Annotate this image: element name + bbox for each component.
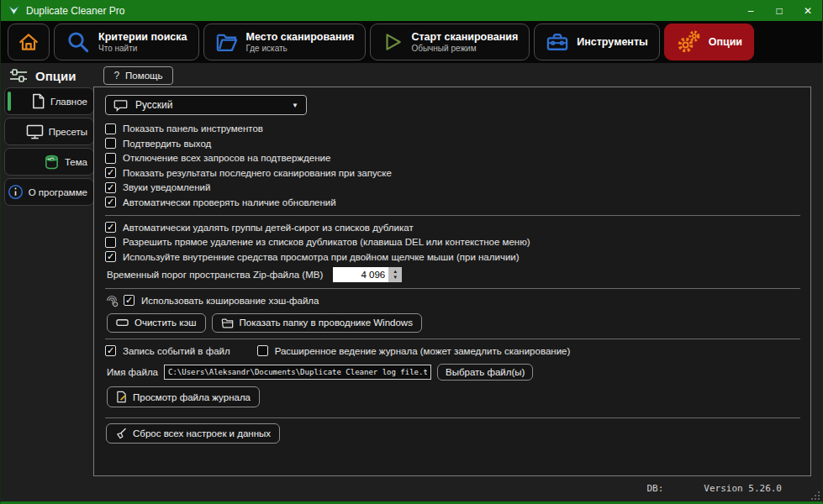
checkbox-row[interactable]: Подтвердить выход	[105, 137, 800, 150]
question-mark-icon: ?	[113, 70, 119, 81]
paint-bucket-icon	[44, 155, 60, 170]
db-label: DB:	[646, 483, 663, 494]
eraser-icon	[116, 318, 129, 327]
checkbox-row[interactable]: Автоматически проверять наличие обновлен…	[105, 196, 800, 209]
fingerprint-icon	[105, 294, 119, 307]
button-label: Показать папку в проводнике Windows	[240, 318, 413, 328]
section-divider	[105, 288, 800, 289]
section-divider	[105, 417, 800, 418]
checkbox-row[interactable]: Звуки уведомлений	[105, 181, 800, 194]
tab-options[interactable]: Опции	[664, 24, 754, 60]
section-divider	[105, 339, 800, 339]
show-folder-button[interactable]: Показать папку в проводнике Windows	[212, 313, 422, 333]
button-label: Очистить кэш	[135, 318, 197, 328]
checkbox[interactable]	[105, 251, 116, 262]
page-title: Опции	[35, 69, 76, 83]
tab-scan-location[interactable]: Место сканирования Где искать	[203, 24, 367, 60]
section-divider	[105, 215, 800, 216]
monitor-icon	[26, 124, 44, 139]
checkbox[interactable]	[124, 295, 135, 306]
log-to-file-row[interactable]: Запись событий в файл	[105, 344, 230, 358]
tab-label: Старт сканирования	[411, 31, 518, 44]
checkbox[interactable]	[257, 345, 268, 356]
general-settings-list: Показать панель инструментов Подтвердить…	[105, 122, 800, 209]
help-button-label: Помощь	[125, 71, 162, 81]
tab-home[interactable]	[8, 24, 50, 60]
status-bar: DB: Version 5.26.0	[646, 483, 782, 494]
spin-down-icon[interactable]: ▼	[393, 275, 398, 281]
checkbox-label: Показать панель инструментов	[123, 123, 263, 134]
sliders-icon	[9, 67, 28, 84]
tab-label: Инструменты	[577, 36, 647, 49]
cache-buttons-row: Очистить кэш Показать папку в проводнике…	[107, 313, 800, 333]
checkbox[interactable]	[105, 197, 116, 207]
zip-threshold-label: Временный порог пространства Zip-файла (…	[107, 270, 323, 280]
cache-row: Использовать кэширование хэш-файла	[105, 294, 800, 307]
checkbox-row[interactable]: Показать результаты последнего сканирова…	[105, 166, 800, 180]
tab-tools[interactable]: Инструменты	[534, 24, 659, 60]
app-window: Duplicate Cleaner Pro – □ ✕ Критерии пои…	[0, 0, 823, 504]
checkbox[interactable]	[105, 153, 116, 164]
button-label: Выбрать файл(ы)	[446, 367, 525, 377]
checkbox[interactable]	[105, 222, 116, 233]
info-icon	[8, 184, 24, 200]
checkbox-label: Показать результаты последнего сканирова…	[123, 168, 392, 178]
home-icon	[18, 31, 40, 53]
checkbox-label: Использовать кэширование хэш-файла	[141, 296, 319, 306]
broom-icon	[115, 428, 127, 439]
extended-logging-row[interactable]: Расширенное ведение журнала (может замед…	[257, 344, 571, 358]
sidebar-item-presets[interactable]: Пресеты	[4, 118, 94, 145]
maximize-button[interactable]: □	[765, 0, 794, 21]
checkbox-row[interactable]: Автоматически удалять группы детей-сирот…	[105, 221, 800, 234]
clear-cache-button[interactable]: Очистить кэш	[107, 313, 206, 333]
checkbox-row[interactable]: Отключение всех запросов на подтверждени…	[105, 151, 800, 165]
log-filename-input[interactable]	[164, 365, 431, 380]
view-log-row: Просмотр файла журнала	[107, 386, 800, 407]
checkbox[interactable]	[105, 182, 116, 193]
sidebar-item-about[interactable]: О программе	[4, 178, 94, 206]
gears-icon	[676, 29, 701, 55]
tab-sublabel: Где искать	[246, 44, 355, 54]
checkbox-row[interactable]: Показать панель инструментов	[105, 122, 800, 135]
sidebar-item-label: Тема	[65, 157, 87, 167]
checkbox-label: Расширенное ведение журнала (может замед…	[275, 346, 571, 356]
checkbox[interactable]	[105, 237, 116, 248]
logging-checkboxes-row: Запись событий в файл Расширенное ведени…	[105, 344, 800, 360]
checkbox[interactable]	[105, 345, 116, 356]
language-value: Русский	[135, 99, 173, 111]
file-edit-icon	[116, 391, 127, 403]
options-page: Опции ? Помощь Главное	[1, 63, 822, 501]
window-title: Duplicate Cleaner Pro	[26, 5, 124, 17]
help-button[interactable]: ? Помощь	[103, 66, 172, 85]
checkbox[interactable]	[105, 123, 116, 134]
document-icon	[31, 93, 45, 109]
spin-up-icon[interactable]: ▲	[393, 269, 398, 275]
resize-grip[interactable]	[810, 491, 820, 501]
minimize-button[interactable]: –	[736, 0, 765, 21]
filename-label: Имя файла	[107, 367, 158, 377]
sidebar-item-main[interactable]: Главное	[4, 87, 94, 115]
checkbox[interactable]	[105, 138, 116, 149]
play-icon	[382, 31, 404, 53]
chevron-down-icon: ▼	[292, 102, 298, 109]
tab-label: Критерии поиска	[98, 31, 187, 44]
checkbox-label: Автоматически проверять наличие обновлен…	[123, 197, 336, 207]
sidebar-item-theme[interactable]: Тема	[4, 148, 94, 176]
view-log-button[interactable]: Просмотр файла журнала	[107, 386, 260, 407]
checkbox[interactable]	[105, 167, 116, 178]
window-controls: – □ ✕	[736, 0, 822, 21]
language-dropdown[interactable]: Русский ▼	[105, 95, 307, 115]
folder-small-icon	[221, 318, 234, 328]
cache-checkbox-row[interactable]: Использовать кэширование хэш-файла	[124, 294, 319, 307]
choose-file-button[interactable]: Выбрать файл(ы)	[437, 364, 533, 381]
tab-label: Опции	[709, 36, 742, 49]
zip-threshold-input[interactable]	[333, 267, 388, 282]
tab-search-criteria[interactable]: Критерии поиска Что найти	[54, 24, 199, 60]
spinner-buttons[interactable]: ▲ ▼	[388, 267, 402, 282]
options-sidebar: Главное Пресеты Тема	[4, 87, 94, 208]
checkbox-row[interactable]: Разрешить прямое удаление из списков дуб…	[105, 235, 800, 249]
tab-start-scan[interactable]: Старт сканирования Обычный режим	[370, 24, 530, 60]
close-button[interactable]: ✕	[794, 0, 822, 21]
reset-all-button[interactable]: Сброс всех настроек и данных	[106, 423, 280, 444]
checkbox-row[interactable]: Используйте внутренние средства просмотр…	[105, 250, 800, 264]
